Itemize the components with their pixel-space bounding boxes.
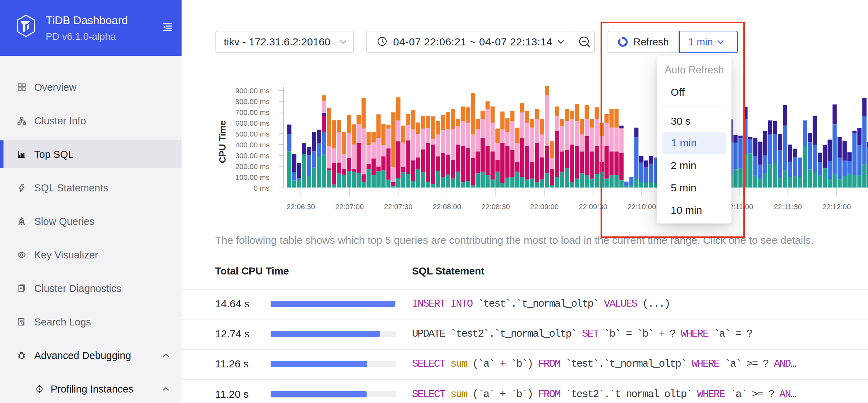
svg-text:22:09:00: 22:09:00 (530, 203, 559, 211)
svg-text:400.00 ms: 400.00 ms (235, 141, 270, 149)
svg-text:100.00 ms: 100.00 ms (235, 173, 270, 181)
svg-text:22:06:30: 22:06:30 (287, 203, 315, 211)
svg-text:0 ms: 0 ms (253, 184, 270, 192)
svg-text:22:07:00: 22:07:00 (335, 203, 364, 211)
svg-text:600.00 ms: 600.00 ms (235, 119, 270, 127)
svg-text:22:11:30: 22:11:30 (774, 203, 802, 211)
svg-text:22:12:00: 22:12:00 (822, 203, 851, 211)
svg-text:CPU Time: CPU Time (217, 120, 228, 163)
svg-text:200.00 ms: 200.00 ms (235, 162, 270, 170)
svg-text:22:08:30: 22:08:30 (481, 203, 510, 211)
svg-text:700.00 ms: 700.00 ms (235, 108, 270, 116)
svg-text:800.00 ms: 800.00 ms (235, 97, 270, 105)
svg-text:22:07:30: 22:07:30 (384, 203, 413, 211)
svg-text:500.00 ms: 500.00 ms (235, 130, 270, 138)
svg-text:22:08:00: 22:08:00 (433, 203, 461, 211)
svg-text:900.00 ms: 900.00 ms (235, 87, 270, 95)
svg-text:300.00 ms: 300.00 ms (235, 152, 270, 160)
